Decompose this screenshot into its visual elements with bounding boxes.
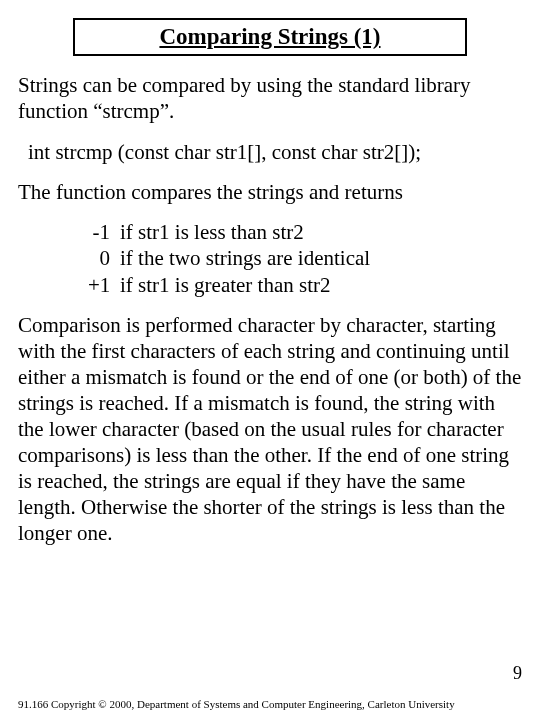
explanation-paragraph: Comparison is performed character by cha…	[18, 312, 522, 546]
return-values-list: -1 if str1 is less than str2 0 if the tw…	[88, 219, 522, 298]
return-key: 0	[88, 245, 120, 271]
return-key: +1	[88, 272, 120, 298]
return-key: -1	[88, 219, 120, 245]
page-number: 9	[513, 663, 522, 684]
return-desc: if the two strings are identical	[120, 245, 522, 271]
copyright-line: 91.166 Copyright © 2000, Department of S…	[18, 698, 455, 710]
return-desc: if str1 is less than str2	[120, 219, 522, 245]
title-box: Comparing Strings (1)	[73, 18, 466, 56]
list-item: 0 if the two strings are identical	[88, 245, 522, 271]
list-item: -1 if str1 is less than str2	[88, 219, 522, 245]
list-item: +1 if str1 is greater than str2	[88, 272, 522, 298]
return-desc: if str1 is greater than str2	[120, 272, 522, 298]
returns-intro: The function compares the strings and re…	[18, 179, 522, 205]
page-title: Comparing Strings (1)	[159, 24, 380, 49]
intro-paragraph: Strings can be compared by using the sta…	[18, 72, 522, 125]
function-signature: int strcmp (const char str1[], const cha…	[28, 139, 522, 165]
